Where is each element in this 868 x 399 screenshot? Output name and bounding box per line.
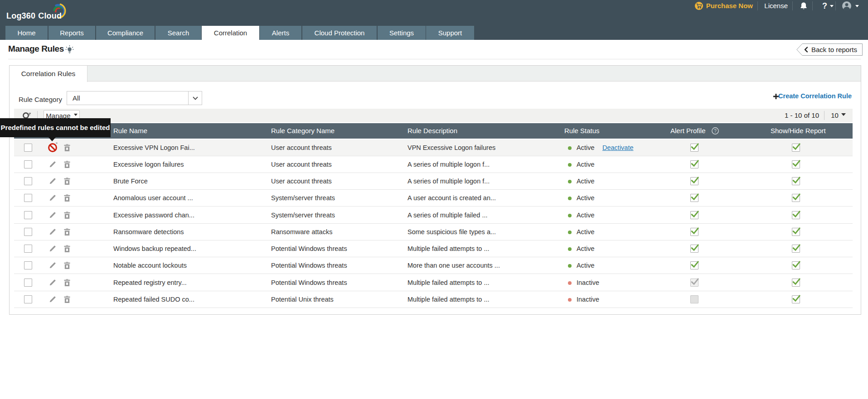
svg-text:?: ? xyxy=(714,129,717,134)
svg-text:Back to reports: Back to reports xyxy=(811,46,857,53)
